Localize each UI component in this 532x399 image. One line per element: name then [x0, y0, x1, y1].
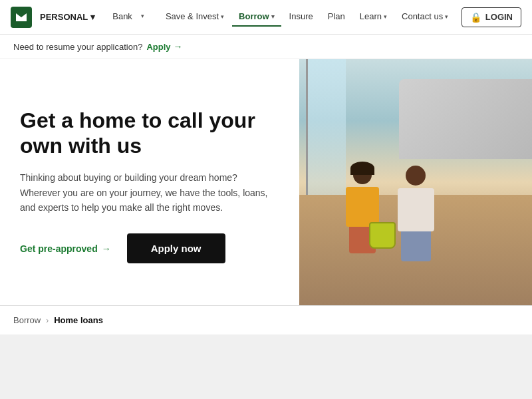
personal-label: PERSONAL — [40, 12, 88, 22]
personal-caret — [90, 12, 95, 22]
person-1-body — [346, 187, 379, 227]
nav-item-contact[interactable]: Contact us — [395, 7, 455, 27]
paint-bucket — [369, 222, 396, 249]
hero-image — [299, 59, 532, 305]
resume-apply-link[interactable]: Apply → — [146, 41, 182, 52]
resume-banner: Need to resume your application? Apply → — [0, 35, 532, 59]
nav-item-plan[interactable]: Plan — [321, 7, 352, 27]
learn-caret — [384, 13, 387, 20]
bank-caret — [134, 9, 151, 25]
hero-actions: Get pre-approved → Apply now — [20, 233, 279, 263]
borrow-caret — [271, 13, 275, 20]
personal-account-switcher[interactable]: PERSONAL — [40, 12, 95, 22]
contact-caret — [445, 13, 448, 20]
get-pre-approved-link[interactable]: Get pre-approved → — [20, 243, 111, 254]
person-2-head — [406, 166, 426, 186]
nav-item-bank[interactable]: Bank — [106, 5, 158, 30]
furniture-decoration — [399, 79, 532, 159]
hero-description: Thinking about buying or building your d… — [20, 170, 279, 215]
login-label: LOGIN — [485, 12, 513, 22]
nav-items-list: Bank Save & Invest Borrow Insure Plan Le… — [106, 5, 462, 30]
person-2-legs — [401, 231, 431, 261]
nav-item-borrow[interactable]: Borrow — [232, 7, 281, 27]
apply-now-button[interactable]: Apply now — [127, 233, 225, 263]
person-1-head — [353, 166, 372, 184]
person-2-figure — [392, 166, 439, 259]
nav-item-save-invest[interactable]: Save & Invest — [159, 7, 231, 27]
brand-logo[interactable] — [11, 7, 32, 28]
main-nav: PERSONAL Bank Save & Invest Borrow Insur… — [0, 0, 532, 35]
hero-section: Get a home to call your own with us Thin… — [0, 59, 532, 305]
person-2-body — [398, 188, 434, 231]
hero-title: Get a home to call your own with us — [20, 108, 279, 159]
bottom-content-area — [0, 334, 532, 399]
nav-item-insure[interactable]: Insure — [283, 7, 320, 27]
lock-icon: 🔒 — [470, 12, 481, 23]
resume-text: Need to resume your application? — [13, 42, 142, 52]
hero-content: Get a home to call your own with us Thin… — [0, 59, 299, 305]
save-invest-caret — [221, 13, 224, 20]
pre-approved-arrow: → — [102, 243, 111, 254]
apply-arrow: → — [174, 41, 183, 52]
login-button[interactable]: 🔒 LOGIN — [462, 7, 521, 27]
person-1-hair — [350, 162, 374, 175]
breadcrumb-current: Home loans — [54, 315, 103, 325]
couple-illustration — [299, 59, 532, 305]
breadcrumb-separator: › — [46, 316, 49, 325]
breadcrumb-parent[interactable]: Borrow — [13, 315, 41, 325]
breadcrumb-bar: Borrow › Home loans — [0, 305, 532, 334]
nav-item-learn[interactable]: Learn — [353, 7, 394, 27]
